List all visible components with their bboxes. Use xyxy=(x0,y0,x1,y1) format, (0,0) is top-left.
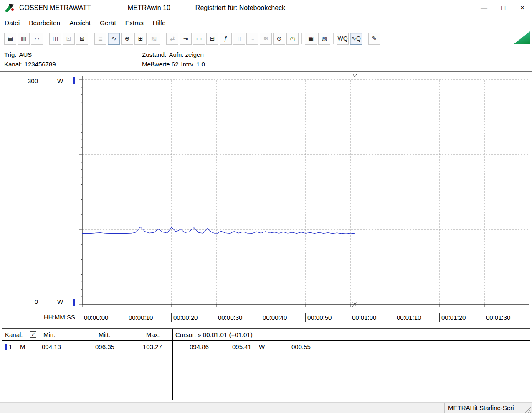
x-axis-unit-label: HH:MM:SS xyxy=(44,314,75,321)
tooltip-button[interactable]: ✎ xyxy=(368,33,380,45)
menu-item-ansicht[interactable]: Ansicht xyxy=(65,18,95,28)
toolbar-separator xyxy=(163,33,163,44)
vp-divider-3 xyxy=(124,329,124,400)
vp-unit-label: W xyxy=(259,343,265,351)
gossen-logo-icon xyxy=(4,3,15,13)
vp-header-divider xyxy=(2,340,530,341)
vp-cursor2-value: 095.41 xyxy=(232,343,251,351)
monitor-view-button[interactable]: ⊟ xyxy=(206,33,218,45)
menu-item-gerat[interactable]: Gerät xyxy=(95,18,121,28)
table-view-icon: ⊞ xyxy=(138,35,143,42)
device-status-label: METRAHit Starline-Seri xyxy=(444,403,529,413)
close-button[interactable]: × xyxy=(513,0,532,16)
vp-kanal-label: Kanal: xyxy=(5,331,23,339)
waveform-b-icon: ≋ xyxy=(263,35,269,42)
print-button[interactable]: ▦ xyxy=(305,33,317,45)
title-bar: GOSSEN METRAWATT METRAwin 10 Registriert… xyxy=(0,0,532,16)
kanal-value: 123456789 xyxy=(25,61,56,68)
export-device-button[interactable]: ◫ xyxy=(49,33,61,45)
timer-button[interactable]: ◷ xyxy=(286,33,299,45)
formula-button[interactable]: ƒ xyxy=(220,33,232,45)
save-button[interactable]: ▤ xyxy=(4,33,16,45)
monitor-view-icon: ⊟ xyxy=(210,35,215,42)
print-preview-button[interactable]: ▧ xyxy=(318,33,330,45)
minimize-button[interactable]: — xyxy=(474,0,494,16)
menu-item-bearbeiten[interactable]: Bearbeiten xyxy=(24,18,65,28)
vp-cursor-label: Cursor: » 00:01:01 (+01:01) xyxy=(175,331,253,339)
vp-max-value: 103.27 xyxy=(143,343,162,351)
cursor-values-panel: Kanal: ✓ Min: Mitt: Max: Cursor: » 00:01… xyxy=(2,328,530,400)
print-preview-icon: ▧ xyxy=(322,35,327,42)
trig-label: Trig: xyxy=(4,51,16,58)
vp-divider-2 xyxy=(76,329,76,400)
save-icon: ▤ xyxy=(8,35,13,42)
vp-channel-number: 1 xyxy=(9,343,12,351)
read-device-icon: ⊠ xyxy=(80,35,85,42)
vp-min-label: Min: xyxy=(43,331,55,339)
toolbar-separator xyxy=(91,33,91,44)
trend-chart-panel: 300 W 0 W HH:MM:SS 00:00:0000:00:1000:00… xyxy=(2,72,531,325)
print-icon: ▦ xyxy=(308,35,314,42)
vp-cursor1-value: 094.86 xyxy=(190,343,209,351)
trend-plot-svg xyxy=(2,72,530,312)
x-tick-label: 00:00:20 xyxy=(171,313,198,322)
menu-item-datei[interactable]: Datei xyxy=(0,18,24,28)
menu-item-hilfe[interactable]: Hilfe xyxy=(148,18,170,28)
monitor-transfer-button[interactable]: ⇥ xyxy=(180,33,192,45)
device-settings-icon: ⊡ xyxy=(66,35,71,42)
trend-view-button[interactable]: ∿ xyxy=(108,33,120,45)
read-device-button[interactable]: ⊠ xyxy=(76,33,88,45)
cursor-top-marker xyxy=(353,74,355,77)
copy-channel-icon: ⊙ xyxy=(277,35,282,42)
numeric-view-icon: ≣ xyxy=(98,35,103,42)
device-settings-button: ⊡ xyxy=(63,33,75,45)
waveform-a-icon: ≈ xyxy=(251,35,254,42)
zoom-values-icon: WQ xyxy=(337,35,347,42)
toolbar-separator xyxy=(46,33,46,44)
vp-delta-value: 000.55 xyxy=(291,343,311,351)
vp-channel-mode: M xyxy=(20,343,25,351)
menu-item-extras[interactable]: Extras xyxy=(121,18,148,28)
kanal-label: Kanal: xyxy=(4,61,22,68)
open-button[interactable]: ▱ xyxy=(31,33,43,45)
channel-visible-checkbox[interactable]: ✓ xyxy=(30,331,36,338)
timer-icon: ◷ xyxy=(290,35,295,42)
histogram-view-icon: ▨ xyxy=(151,35,157,42)
save-as-button[interactable]: ▥ xyxy=(18,33,30,45)
save-as-icon: ▥ xyxy=(21,35,26,42)
status-info-bar: Trig:AUS Kanal:123456789 Zustand:Aufn. z… xyxy=(0,47,532,72)
tooltip-icon: ✎ xyxy=(372,35,377,42)
maximize-button[interactable]: □ xyxy=(494,0,513,16)
trend-view-icon: ∿ xyxy=(111,35,117,42)
scale-icon: ▭ xyxy=(196,35,202,42)
scope-view-icon: ⊕ xyxy=(125,35,130,42)
x-tick-label: 00:01:30 xyxy=(484,313,510,322)
copy-channel-button[interactable]: ⊙ xyxy=(273,33,285,45)
vp-mitt-label: Mitt: xyxy=(99,331,110,339)
scope-view-button[interactable]: ⊕ xyxy=(121,33,133,45)
toolbar-separator xyxy=(365,33,365,44)
open-icon: ▱ xyxy=(35,35,39,42)
menu-bar: DateiBearbeitenAnsichtGerätExtrasHilfe xyxy=(0,16,532,30)
transfer-button: ⇄ xyxy=(166,33,178,45)
scale-button[interactable]: ▭ xyxy=(193,33,205,45)
numeric-view-button: ≣ xyxy=(94,33,106,45)
x-axis-labels: HH:MM:SS 00:00:0000:00:1000:00:2000:00:3… xyxy=(2,313,531,323)
x-tick-label: 00:00:10 xyxy=(127,313,153,322)
zustand-label: Zustand: xyxy=(142,51,166,58)
zoom-values-button[interactable]: WQ xyxy=(337,33,349,45)
program-title: METRAwin 10 xyxy=(128,4,170,12)
x-tick-label: 00:01:20 xyxy=(439,313,466,322)
histogram-view-button: ▨ xyxy=(148,33,160,45)
status-bar: METRAHit Starline-Seri xyxy=(0,402,532,413)
waveform-a-button: ≈ xyxy=(246,33,258,45)
x-tick-label: 00:00:50 xyxy=(305,313,332,322)
zoom-wave-button[interactable]: ∿Q xyxy=(350,33,362,45)
table-view-button[interactable]: ⊞ xyxy=(134,33,147,45)
export-device-icon: ◫ xyxy=(53,35,58,42)
metrawin-window: GOSSEN METRAWATT METRAwin 10 Registriert… xyxy=(0,0,532,413)
vp-max-label: Max: xyxy=(146,331,160,339)
vp-divider-1 xyxy=(28,329,28,400)
toolbar-separator xyxy=(333,33,334,44)
x-tick-label: 00:01:00 xyxy=(350,313,376,322)
